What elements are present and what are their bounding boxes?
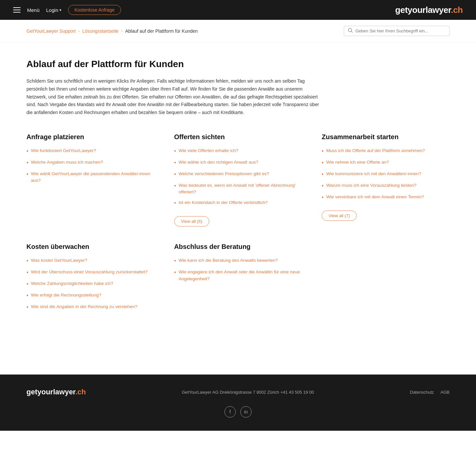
footer-top: getyourlawyer.ch GetYourLawyer AG Dreikö…	[26, 388, 450, 396]
agb-link[interactable]: AGB	[441, 390, 450, 395]
section-kosten-title: Kosten überwachen	[26, 243, 154, 251]
link-kosten-4[interactable]: Wie erfolgt die Rechnungsstellung?	[31, 292, 101, 298]
link-zusammenarbeit-2[interactable]: Wie nehme ich eine Offerte an?	[326, 159, 389, 166]
svg-line-1	[351, 31, 352, 32]
section-zusammenarbeit: Zusammenarbeit starten Muss ich die Offe…	[322, 133, 450, 227]
facebook-icon[interactable]: f	[224, 406, 236, 417]
chevron-down-icon: ▾	[60, 8, 61, 12]
breadcrumb-separator-2: ›	[121, 29, 123, 33]
section-offerten: Offerten sichten Wie viele Offerten erha…	[174, 133, 302, 227]
footer-logo: getyourlawyer.ch	[26, 388, 86, 396]
section-kosten: Kosten überwachen Was kostet GetYourLawy…	[26, 243, 154, 315]
footer-legal-links: Datenschutz AGB	[410, 390, 450, 395]
login-button[interactable]: Login ▾	[46, 7, 62, 13]
footer-social: f in	[224, 406, 252, 417]
footer-company-info: GetYourLawyer AG Dreikönigstrasse 7 8002…	[182, 390, 314, 395]
view-all-zusammenarbeit-button[interactable]: View all (7)	[322, 211, 357, 221]
breadcrumb-current: Ablauf auf der Plattform für Kunden	[125, 28, 198, 34]
section-abschluss-title: Abschluss der Beratung	[174, 243, 302, 251]
search-input[interactable]	[355, 28, 445, 33]
logo: getyourlawyer.ch	[395, 5, 463, 15]
hamburger-menu[interactable]	[13, 7, 20, 13]
linkedin-icon[interactable]: in	[240, 406, 252, 417]
link-kosten-3[interactable]: Welche Zahlungsmöglichkeiten habe ich?	[31, 280, 113, 287]
section-anfrage-title: Anfrage platzieren	[26, 133, 154, 141]
page-title: Ablauf auf der Plattform für Kunden	[26, 59, 450, 69]
sections-row-1: Anfrage platzieren Wie funktioniert GetY…	[26, 133, 450, 227]
header-left: Menü Login ▾ Kostenlose Anfrage	[13, 5, 121, 15]
section-anfrage: Anfrage platzieren Wie funktioniert GetY…	[26, 133, 154, 227]
breadcrumb-parent[interactable]: Lösungsstartseite	[82, 28, 119, 34]
link-anfrage-2[interactable]: Welche Angaben muss ich machen?	[31, 159, 103, 166]
main-content: Ablauf auf der Plattform für Kunden Schi…	[0, 42, 476, 341]
menu-label: Menü	[27, 7, 40, 13]
link-kosten-2[interactable]: Wird der Überschuss einer Vorauszahlung …	[31, 269, 148, 275]
view-all-offerten-button[interactable]: View all (6)	[174, 216, 209, 226]
search-box	[344, 26, 450, 36]
footer: getyourlawyer.ch GetYourLawyer AG Dreikö…	[0, 375, 476, 431]
section-kosten-links: Was kostet GetYourLawyer? Wird der Übers…	[26, 257, 154, 311]
section-zusammenarbeit-title: Zusammenarbeit starten	[322, 133, 450, 141]
header: Menü Login ▾ Kostenlose Anfrage getyourl…	[0, 0, 476, 20]
link-kosten-1[interactable]: Was kostet GetYourLawyer?	[31, 257, 87, 264]
section-anfrage-links: Wie funktioniert GetYourLawyer? Welche A…	[26, 147, 154, 184]
section-abschluss-links: Wie kann ich die Beratung des Anwalts be…	[174, 257, 302, 282]
section-zusammenarbeit-links: Muss ich die Offerte auf der Plattform a…	[322, 147, 450, 201]
footer-inner: getyourlawyer.ch GetYourLawyer AG Dreikö…	[26, 388, 450, 417]
breadcrumb-bar: GetYourLawyer Support › Lösungsstartseit…	[0, 20, 476, 42]
sections-row-2: Kosten überwachen Was kostet GetYourLawy…	[26, 243, 450, 315]
section-placeholder	[322, 243, 450, 315]
link-offerten-4[interactable]: Was bedeutet es, wenn ein Anwalt mit 'of…	[178, 182, 302, 196]
link-offerten-2[interactable]: Wie wähle ich den richtigen Anwalt aus?	[178, 159, 258, 166]
link-abschluss-2[interactable]: Wie engagiere ich den Anwalt oder die An…	[178, 269, 302, 282]
breadcrumb-home[interactable]: GetYourLawyer Support	[26, 28, 76, 34]
link-offerten-3[interactable]: Welche verschiedenen Preisoptionen gibt …	[178, 171, 269, 177]
link-offerten-5[interactable]: Ist ein Kostendach in der Offerte verbin…	[178, 199, 267, 206]
section-offerten-title: Offerten sichten	[174, 133, 302, 141]
link-zusammenarbeit-3[interactable]: Wie kommuniziere ich mit den Anwälten/-i…	[326, 171, 421, 177]
search-icon	[348, 28, 353, 34]
link-zusammenarbeit-4[interactable]: Warum muss ich eine Vorauszahlung leiste…	[326, 182, 416, 189]
page-intro: Schildern Sie uns schriftlich und in wen…	[26, 77, 324, 117]
link-zusammenarbeit-5[interactable]: Wie vereinbare ich mit dem Anwalt einen …	[326, 194, 424, 200]
link-anfrage-1[interactable]: Wie funktioniert GetYourLawyer?	[31, 147, 96, 154]
datenschutz-link[interactable]: Datenschutz	[410, 390, 434, 395]
link-abschluss-1[interactable]: Wie kann ich die Beratung des Anwalts be…	[178, 257, 278, 264]
section-abschluss: Abschluss der Beratung Wie kann ich die …	[174, 243, 302, 315]
breadcrumb-separator-1: ›	[78, 29, 80, 33]
link-kosten-5[interactable]: Wie sind die Angaben in der Rechnung zu …	[31, 303, 138, 310]
anfrage-button[interactable]: Kostenlose Anfrage	[68, 5, 121, 15]
section-offerten-links: Wie viele Offerten erhalte ich? Wie wähl…	[174, 147, 302, 207]
link-zusammenarbeit-1[interactable]: Muss ich die Offerte auf der Plattform a…	[326, 147, 425, 154]
link-offerten-1[interactable]: Wie viele Offerten erhalte ich?	[178, 147, 238, 154]
breadcrumb: GetYourLawyer Support › Lösungsstartseit…	[26, 28, 198, 34]
link-anfrage-3[interactable]: Wie wählt GetYourLawyer die passendenden…	[31, 171, 154, 184]
